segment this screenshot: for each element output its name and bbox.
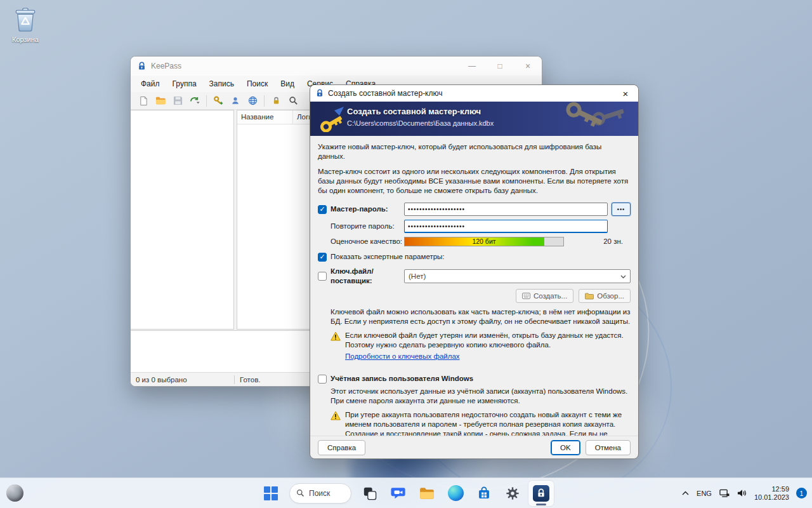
repeat-password-input[interactable] [404,220,608,233]
taskbar-center: Поиск [258,478,554,508]
tray-clock[interactable]: 12:59 10.01.2023 [754,485,789,502]
chat-button[interactable] [386,481,411,506]
desktop: Корзина KeePass — □ × Файл Группа Запись… [0,0,812,508]
status-selection: 0 из 0 выбрано [131,373,234,386]
menu-item-find[interactable]: Поиск [240,77,274,90]
quality-meter: 120 бит [404,237,564,246]
warning-icon [331,331,341,341]
keyfile-row: Ключ.файл/поставщик: (Нет) [318,267,631,286]
keyfile-label: Ключ.файл/поставщик: [331,267,404,286]
banner-title: Создать составной мастер-ключ [347,107,481,116]
windows-account-row: Учётная запись пользователя Windows [318,374,631,384]
file-explorer-icon [419,486,435,500]
menu-item-file[interactable]: Файл [134,77,166,90]
recycle-bin-label: Корзина [5,36,46,43]
tray-chevron-up-icon[interactable] [681,490,690,496]
quality-label: Оценочное качество: [331,237,404,246]
quality-bits: 120 бит [405,237,563,246]
corner-app-icon[interactable] [6,485,23,502]
toolbar-new-database-icon[interactable] [136,94,151,108]
dialog-title: Создать составной мастер-ключ [328,89,613,98]
windows-account-warning: При утере аккаунта пользователя недостат… [331,410,631,436]
keepass-app-icon [315,89,324,98]
keyfile-combobox[interactable]: (Нет) [404,269,631,283]
toolbar-search-icon[interactable] [285,94,301,108]
volume-icon[interactable] [737,488,747,498]
dialog-close-button[interactable]: × [613,85,638,102]
dialog-description-text: Мастер-ключ состоит из одного или нескол… [318,167,631,196]
taskbar-corner [6,478,23,508]
master-password-input[interactable] [404,203,608,216]
dialog-banner: Создать составной мастер-ключ C:\Users\c… [310,102,638,136]
notification-badge[interactable]: 1 [796,488,807,498]
repeat-password-label: Повторите пароль: [331,222,404,231]
settings-button[interactable] [500,481,525,506]
taskbar-search[interactable]: Поиск [289,483,351,504]
recycle-bin-icon [15,8,36,32]
help-button[interactable]: Справка [318,440,365,455]
keyfile-buttons-row: Создать... Обзор... [318,289,631,303]
create-keyfile-button[interactable]: Создать... [516,289,573,303]
toolbar-open-url-icon[interactable] [245,94,260,108]
master-password-checkbox[interactable]: ✓ [318,205,327,214]
main-window-titlebar[interactable]: KeePass — □ × [131,57,542,76]
taskbar-tray: ENG 12:59 10.01.2023 1 [681,478,807,508]
toolbar-add-entry-icon[interactable] [211,94,226,108]
main-window-title: KeePass [151,62,458,70]
recycle-bin[interactable]: Корзина [5,8,46,43]
toolbar-separator [264,95,265,107]
browse-keyfile-label: Обзор... [597,292,624,300]
search-icon [296,489,304,497]
check-icon: ✓ [319,206,325,213]
ok-button[interactable]: OK [551,440,580,455]
reveal-password-button[interactable]: ••• [612,203,631,216]
keepass-taskbar-button[interactable] [528,481,554,506]
cancel-button[interactable]: Отмена [586,440,631,455]
expert-params-checkbox[interactable]: ✓ [318,253,327,262]
network-icon[interactable] [719,488,730,498]
master-password-row: ✓ Мастер-пароль: ••• [318,203,631,216]
keyfile-details-link[interactable]: Подробности о ключевых файлах [345,352,460,361]
menu-item-entry[interactable]: Запись [203,77,240,90]
group-tree-panel[interactable] [131,110,234,330]
windows-logo-icon [264,486,278,500]
windows-account-checkbox[interactable] [318,375,327,384]
column-header-title[interactable]: Название [237,110,293,124]
windows-account-description: Этот источник использует данные из учётн… [331,387,631,406]
toolbar-open-database-icon[interactable] [153,94,168,108]
keyfile-selected-value: (Нет) [409,272,426,281]
status-ready: Готов. [235,373,265,386]
menu-item-group[interactable]: Группа [166,77,203,90]
warning-icon [331,411,341,420]
toolbar-save-icon[interactable] [170,94,185,108]
start-button[interactable] [258,481,284,506]
dialog-footer: Справка OK Отмена [310,436,638,458]
keys-decoration-icon [553,102,636,136]
repeat-password-row: Повторите пароль: [318,220,631,233]
toolbar-copy-username-icon[interactable] [228,94,243,108]
folder-icon [585,293,594,300]
toolbar-lock-workspace-icon[interactable] [268,94,284,108]
dialog-titlebar[interactable]: Создать составной мастер-ключ × [310,85,638,102]
menu-item-view[interactable]: Вид [274,77,301,90]
minimize-button[interactable]: — [458,57,486,76]
check-icon: ✓ [319,253,325,260]
store-button[interactable] [471,481,497,506]
keyfile-checkbox[interactable] [318,272,327,281]
chevron-down-icon [620,275,626,279]
toolbar-sync-icon[interactable] [187,94,202,108]
browse-keyfile-button[interactable]: Обзор... [579,289,631,303]
store-icon [476,486,492,501]
key-icon [315,105,344,132]
close-button[interactable]: × [514,57,542,76]
edge-button[interactable] [443,481,468,506]
taskbar: Поиск [0,478,812,508]
toolbar-separator [206,95,207,107]
task-view-button[interactable] [357,481,383,506]
keyfile-description: Ключевой файл можно использовать как час… [331,307,631,326]
file-explorer-button[interactable] [414,481,440,506]
expert-params-row: ✓ Показать экспертные параметры: [318,252,631,262]
language-indicator[interactable]: ENG [697,490,712,497]
keyboard-icon [522,293,530,299]
maximize-button[interactable]: □ [486,57,514,76]
